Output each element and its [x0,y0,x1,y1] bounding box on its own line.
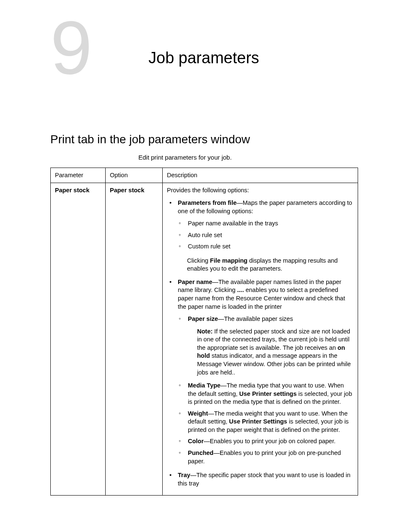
header-parameter: Parameter [51,168,106,183]
file-mapping-note: Clicking File mapping displays the mappi… [187,257,353,273]
term-tray: Tray [178,472,190,478]
term-paper-name: Paper name [178,279,212,285]
sub-media-type: Media Type—The media type that you want … [179,382,353,406]
term-color: Color [188,438,204,444]
note-label: Note: [197,328,213,335]
term-paper-size: Paper size [188,315,218,322]
table-header-row: Parameter Option Description [51,168,358,183]
sub-auto-rule-set: Auto rule set [179,231,353,240]
term-weight: Weight [188,410,208,417]
term-media-type: Media Type [188,382,221,389]
sub-weight: Weight—The media weight that you want to… [179,410,353,434]
sub-color: Color—Enables you to print your job on c… [179,437,353,446]
section-subtitle: Edit print parameters for your job. [138,153,358,162]
header-description: Description [163,168,358,183]
cell-parameter: Paper stock [51,183,106,496]
description-intro: Provides the following options: [167,187,249,194]
note-pre: If the selected paper stock and size are… [197,328,350,351]
paper-size-note: Note: If the selected paper stock and si… [197,328,353,377]
term-punched: Punched [188,449,213,456]
chapter-number: 9 [50,18,147,77]
text-tray: —The specific paper stock that you want … [178,472,351,487]
section-title: Print tab in the job parameters window [50,132,358,147]
file-mapping-bold: File mapping [210,257,247,264]
text-paper-size: —The available paper sizes [218,315,293,322]
parameters-table: Parameter Option Description Paper stock… [50,168,358,496]
bullet-paper-name: Paper name—The available paper names lis… [169,278,353,465]
bullet-tray: Tray—The specific paper stock that you w… [169,471,353,488]
cell-description: Provides the following options: Paramete… [163,183,358,496]
chapter-header: 9 Job parameters [50,21,358,85]
cell-option: Paper stock [106,183,163,496]
sub-paper-size: Paper size—The available paper sizes Not… [179,315,353,377]
sub-punched: Punched—Enables you to print your job on… [179,449,353,465]
file-mapping-pre: Clicking [187,257,210,264]
text-paper-name-dots: .... [237,287,244,293]
text-color: —Enables you to print your job on colore… [204,438,335,444]
table-row: Paper stock Paper stock Provides the fol… [51,183,358,496]
header-option: Option [106,168,163,183]
sub-paper-name-in-trays: Paper name available in the trays [179,220,353,228]
bullet-parameters-from-file: Parameters from file—Maps the paper para… [169,199,353,273]
note-post: status indicator, and a message appears … [197,352,351,375]
sub-custom-rule-set: Custom rule set [179,243,353,251]
text-media-type-bold: Use Printer settings [239,390,297,397]
chapter-title: Job parameters [148,47,259,69]
text-weight-bold: Use Printer Settings [229,418,287,425]
term-parameters-from-file: Parameters from file [178,199,236,206]
